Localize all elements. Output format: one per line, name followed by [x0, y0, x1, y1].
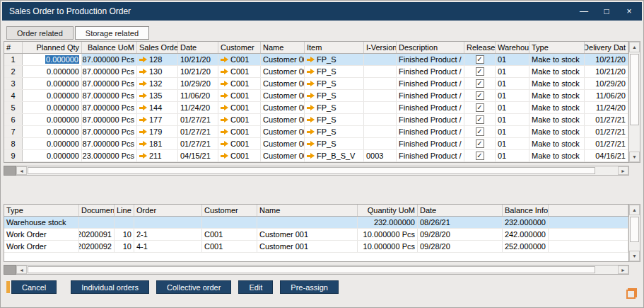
warehouse-cell[interactable]: 01 [496, 126, 529, 137]
warehouse-cell[interactable]: 01 [496, 150, 529, 161]
col-header-released[interactable]: Released [464, 42, 496, 53]
released-cell[interactable]: ✓ [464, 126, 496, 137]
scroll-up-icon[interactable]: ▲ [629, 42, 640, 52]
link-arrow-icon[interactable] [221, 141, 228, 147]
col-header-line[interactable]: Line [115, 205, 134, 216]
date-cell[interactable]: 01/27/21 [178, 126, 218, 137]
released-cell[interactable]: ✓ [464, 150, 496, 161]
delivery-date-cell[interactable]: 01/27/21 [585, 114, 628, 125]
balance-uom-cell[interactable]: 87.000000 Pcs [82, 78, 137, 89]
warehouse-cell[interactable]: 01 [496, 90, 529, 101]
date-cell[interactable]: 10/21/20 [178, 66, 218, 77]
link-arrow-icon[interactable] [221, 129, 228, 135]
storage-row[interactable]: Warehouse stock232.00000008/26/21232.000… [4, 217, 628, 229]
main-hscroll-thumb[interactable] [28, 167, 595, 174]
maximize-icon[interactable]: □ [601, 6, 612, 16]
description-cell[interactable]: Finished Product / [397, 126, 464, 137]
date-cell[interactable]: 01/27/21 [178, 138, 218, 149]
link-arrow-icon[interactable] [139, 105, 147, 111]
link-arrow-icon[interactable] [307, 57, 315, 63]
link-arrow-icon[interactable] [307, 117, 315, 123]
customer-cell[interactable]: C001 [202, 229, 257, 240]
customer-cell[interactable]: C001 [218, 114, 261, 125]
planned-qty-cell[interactable]: 0.000000 [23, 78, 82, 89]
col-header-planned-qty[interactable]: Planned Qty [23, 42, 82, 53]
detail-vscroll-track[interactable] [629, 215, 640, 251]
sales-order-cell[interactable]: 177 [137, 114, 178, 125]
customer-cell[interactable]: C001 [218, 78, 261, 89]
balance-uom-cell[interactable]: 87.000000 Pcs [82, 102, 137, 113]
date-cell[interactable]: 04/15/21 [178, 150, 218, 161]
customer-name-cell[interactable]: Customer 00 [261, 126, 305, 137]
delivery-date-cell[interactable]: 01/27/21 [585, 138, 628, 149]
sales-order-cell[interactable]: 179 [137, 126, 178, 137]
item-cell[interactable]: FP_B_S_V [305, 150, 364, 161]
planned-qty-cell[interactable]: 0.000000 [23, 90, 82, 101]
date-cell[interactable]: 01/27/21 [178, 114, 218, 125]
date-cell[interactable]: 11/06/20 [178, 90, 218, 101]
i-version-cell[interactable] [364, 90, 397, 101]
name-cell[interactable] [257, 217, 358, 228]
main-vscroll-thumb[interactable] [630, 54, 639, 125]
sales-order-row[interactable]: 80.00000087.000000 Pcs18101/27/21C001Cus… [4, 138, 628, 150]
description-cell[interactable]: Finished Product / [397, 150, 464, 161]
balance-info-cell[interactable]: 232.000000 [503, 217, 549, 228]
sales-order-row[interactable]: 90.00000023.000000 Pcs21104/15/21C001Cus… [4, 150, 628, 162]
row-number-cell[interactable]: 4 [4, 90, 23, 101]
link-arrow-icon[interactable] [307, 141, 315, 147]
delivery-date-cell[interactable]: 11/24/20 [585, 102, 628, 113]
col-header-sales-order[interactable]: Sales Order [137, 42, 178, 53]
link-arrow-icon[interactable] [139, 129, 147, 135]
line-cell[interactable]: 10 [115, 229, 134, 240]
sales-order-cell[interactable]: 181 [137, 138, 178, 149]
delivery-date-cell[interactable]: 10/29/20 [585, 78, 628, 89]
sales-order-cell[interactable]: 211 [137, 150, 178, 161]
col-header-delivery-dat[interactable]: Delivery Dat [585, 42, 628, 53]
balance-info-cell[interactable]: 252.000000 [503, 241, 549, 252]
link-arrow-icon[interactable] [307, 81, 315, 87]
col-header-description[interactable]: Description [397, 42, 464, 53]
individual-orders-button[interactable]: Individual orders [71, 280, 149, 294]
link-arrow-icon[interactable] [307, 129, 315, 135]
link-arrow-icon[interactable] [221, 153, 228, 159]
customer-cell[interactable]: C001 [218, 150, 261, 161]
planned-qty-cell[interactable]: 0.000000 [23, 126, 82, 137]
scroll-up-icon[interactable]: ▲ [629, 205, 640, 215]
item-cell[interactable]: FP_S [305, 102, 364, 113]
released-cell[interactable]: ✓ [464, 102, 496, 113]
name-cell[interactable]: Customer 001 [257, 241, 358, 252]
delivery-date-cell[interactable]: 11/06/20 [585, 90, 628, 101]
balance-uom-cell[interactable]: 23.000000 Pcs [82, 150, 137, 161]
col-header-type[interactable]: Type [529, 42, 585, 53]
planned-qty-cell[interactable]: 0.000000 [23, 66, 82, 77]
released-checkbox[interactable]: ✓ [476, 55, 484, 64]
scroll-right-icon[interactable]: ► [618, 266, 628, 274]
row-number-cell[interactable]: 2 [4, 66, 23, 77]
detail-hscroll-track[interactable] [27, 266, 618, 274]
warehouse-cell[interactable]: 01 [496, 54, 529, 65]
col-header-document[interactable]: Document [79, 205, 115, 216]
tab-order-related[interactable]: Order related [6, 26, 74, 40]
close-icon[interactable]: × [623, 6, 635, 16]
link-arrow-icon[interactable] [221, 69, 228, 75]
row-number-cell[interactable]: 6 [4, 114, 23, 125]
planned-qty-cell[interactable]: 0.000000 [23, 138, 82, 149]
customer-cell[interactable]: C001 [218, 66, 261, 77]
type-cell[interactable]: Make to stock [529, 90, 585, 101]
link-arrow-icon[interactable] [139, 141, 147, 147]
customer-name-cell[interactable]: Customer 00 [261, 102, 305, 113]
scroll-left-icon[interactable]: ◄ [16, 166, 27, 175]
col-header-balance-uom[interactable]: Balance UoM [82, 42, 137, 53]
description-cell[interactable]: Finished Product / [397, 66, 464, 77]
i-version-cell[interactable] [364, 66, 397, 77]
released-checkbox[interactable]: ✓ [476, 115, 484, 124]
main-hscroll-track[interactable] [27, 166, 618, 175]
date-cell[interactable]: 08/26/21 [418, 217, 503, 228]
detail-hscroll-thumb[interactable] [28, 266, 595, 273]
sales-order-row[interactable]: 70.00000087.000000 Pcs17901/27/21C001Cus… [4, 126, 628, 138]
col-header-quantity-uom[interactable]: Quantity UoM [358, 205, 418, 216]
link-arrow-icon[interactable] [139, 93, 147, 99]
link-arrow-icon[interactable] [139, 153, 147, 159]
link-arrow-icon[interactable] [221, 57, 228, 63]
type-cell[interactable]: Make to stock [529, 102, 585, 113]
